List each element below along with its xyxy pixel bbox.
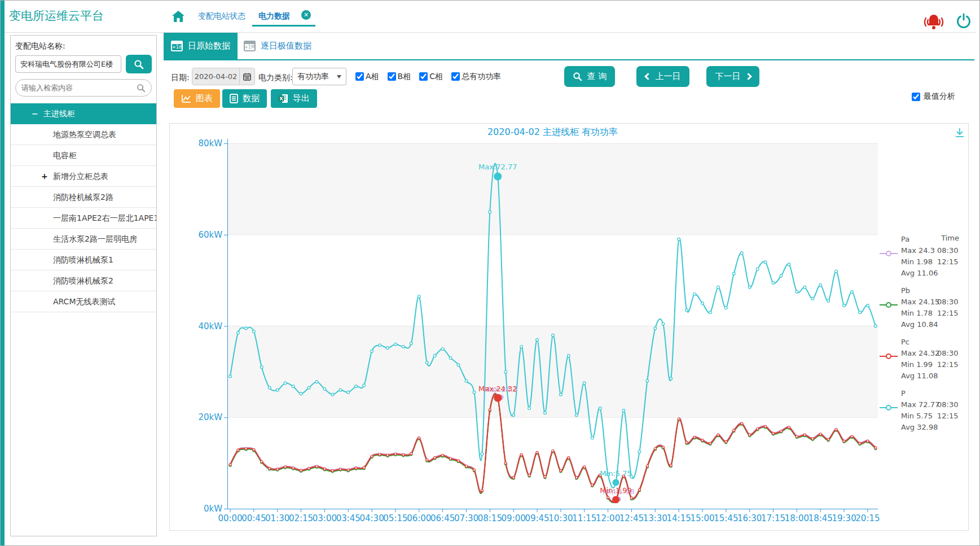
station-search-button[interactable]	[126, 55, 152, 73]
legend-avg: Avg 10.84	[901, 319, 937, 330]
query-button[interactable]: 查 询	[564, 66, 615, 87]
tree-item-5[interactable]: 一层南1APE2右一层北1APE1左	[11, 208, 156, 229]
power-line-chart[interactable]: 0kW20kW40kW60kW80kW00:0000:4501:3002:150…	[169, 123, 969, 531]
sidebar: 变配电站名称: −主进线柜地源热泵空调总表电容柜+新增分立柜总表消防栓机械泵2路…	[10, 35, 157, 536]
y-axis-label: 60kW	[198, 230, 222, 240]
legend-marker-icon	[880, 302, 898, 308]
x-axis-label: 12:00	[596, 513, 620, 523]
legend-avg: Avg 11.06	[901, 268, 937, 279]
tree-item-8[interactable]: 消防喷淋机械泵2	[11, 270, 156, 291]
tree-item-0[interactable]: −主进线柜	[11, 103, 156, 124]
phase-option-3[interactable]: 总有功功率	[451, 72, 501, 82]
station-name-input[interactable]	[15, 55, 121, 73]
markpoint-dot	[612, 496, 619, 503]
tree-search-input[interactable]	[21, 84, 137, 92]
data-view-button[interactable]: 数据	[222, 89, 267, 108]
x-axis-label: 19:30	[832, 513, 856, 523]
export-button[interactable]: 导出	[271, 89, 317, 108]
y-axis-label: 0kW	[204, 504, 222, 514]
x-axis-label: 17:15	[761, 513, 785, 523]
phase-option-0[interactable]: A相	[355, 72, 379, 82]
phase-option-2[interactable]: C相	[419, 72, 443, 82]
legend-max: Max 24.32	[901, 348, 937, 359]
tree-item-1[interactable]: 地源热泵空调总表	[11, 124, 156, 145]
legend-min-time: 12:15	[937, 359, 958, 370]
tree-item-2[interactable]: 电容柜	[11, 145, 156, 166]
search-icon	[137, 84, 146, 93]
x-axis-label: 10:30	[548, 513, 573, 523]
station-name-label: 变配电站名称:	[15, 41, 156, 51]
tree-item-6[interactable]: 生活水泵2路一层弱电房	[11, 229, 156, 250]
legend-series-name: Pc	[901, 337, 967, 348]
tab-daily-raw-data[interactable]: +1d 日原始数据	[164, 33, 238, 59]
legend-min: Min 1.98	[901, 256, 937, 268]
legend-max-time: 08:30	[937, 245, 958, 256]
extreme-analysis-toggle[interactable]: 最值分析	[912, 91, 955, 102]
extreme-analysis-checkbox[interactable]	[912, 93, 920, 101]
tree-item-9[interactable]: ARCM无线表测试	[11, 291, 156, 312]
alarm-button[interactable]	[921, 12, 946, 32]
phase-checkbox-1[interactable]	[388, 72, 396, 81]
x-axis-label: 07:30	[454, 513, 478, 523]
x-axis-label: 00:45	[241, 513, 266, 523]
tree-item-label: 消防喷淋机械泵2	[53, 276, 113, 285]
legend-entry-Pa: PaMax 24.308:30Min 1.9812:15Avg 11.06	[881, 234, 967, 279]
chart-view-button[interactable]: 图表	[174, 89, 220, 108]
tree-search-box[interactable]	[15, 79, 152, 97]
tree-item-3[interactable]: +新增分立柜总表	[11, 166, 156, 187]
phase-checkbox-3[interactable]	[451, 72, 460, 81]
nav-tab-power-data[interactable]: 电力数据	[258, 11, 290, 21]
power-type-label: 电力类别:	[258, 73, 293, 83]
alarm-bell-icon	[921, 12, 946, 32]
chevron-left-icon	[644, 73, 652, 80]
tree-item-label: 电容柜	[53, 151, 77, 160]
collapse-minus-icon[interactable]: −	[32, 103, 38, 124]
x-axis-label: 01:30	[265, 513, 289, 523]
expand-plus-icon[interactable]: +	[41, 166, 48, 187]
legend-min: Min 1.99	[901, 359, 937, 370]
legend-series-name: Pa	[901, 234, 967, 245]
phase-checkbox-2[interactable]	[419, 72, 428, 81]
previous-day-button[interactable]: 上一日	[636, 66, 689, 87]
legend-avg: Avg 11.08	[901, 370, 937, 382]
logout-button[interactable]	[955, 12, 972, 29]
x-axis-label: 09:45	[525, 513, 549, 523]
search-icon	[573, 72, 582, 81]
power-type-select[interactable]: 有功功率	[292, 68, 346, 85]
markpoint-dot	[613, 479, 619, 486]
phase-checkbox-group: A相B相C相总有功功率	[355, 68, 501, 85]
home-button[interactable]	[171, 9, 186, 24]
phase-label: A相	[366, 72, 379, 82]
x-axis-label: 12:45	[619, 513, 644, 523]
tab-daily-extreme-data[interactable]: +1M 逐日极值数据	[238, 33, 318, 59]
x-axis-label: 09:00	[502, 513, 526, 523]
x-axis-label: 16:30	[737, 513, 762, 523]
nav-tab-station-status[interactable]: 变配电站状态	[198, 11, 245, 21]
tree-item-7[interactable]: 消防喷淋机械泵1	[11, 250, 156, 270]
x-axis-label: 05:15	[383, 513, 407, 523]
data-tab-strip: +1d 日原始数据 +1M 逐日极值数据	[164, 33, 974, 60]
document-icon	[230, 94, 238, 103]
legend-entry-Pc: PcMax 24.3208:30Min 1.9912:15Avg 11.08	[881, 337, 967, 382]
y-axis-label: 80kW	[198, 138, 222, 148]
next-day-button[interactable]: 下一日	[706, 66, 759, 87]
x-axis-label: 06:00	[407, 513, 431, 523]
calendar-icon[interactable]	[239, 68, 254, 85]
device-tree: −主进线柜地源热泵空调总表电容柜+新增分立柜总表消防栓机械泵2路一层南1APE2…	[11, 103, 156, 312]
legend-entry-P: PMax 72.7708:30Min 5.7512:15Avg 32.98	[881, 388, 967, 433]
calendar-1m-icon: +1M	[244, 41, 256, 51]
legend-min-time: 12:15	[937, 256, 958, 268]
close-tab-icon[interactable]: ✕	[301, 10, 311, 20]
phase-checkbox-0[interactable]	[355, 72, 364, 81]
date-picker[interactable]: 2020-04-02	[192, 68, 255, 85]
legend-max-time: 08:30	[937, 348, 958, 359]
phase-option-1[interactable]: B相	[388, 72, 411, 82]
chevron-down-icon	[337, 75, 341, 78]
left-edge-bar	[0, 0, 5, 546]
tree-item-4[interactable]: 消防栓机械泵2路	[11, 187, 156, 208]
legend-min-time: 12:15	[937, 308, 958, 319]
x-axis-label: 08:15	[478, 513, 502, 523]
x-axis-label: 03:00	[313, 513, 337, 523]
y-axis-label: 20kW	[198, 412, 222, 422]
chevron-right-icon	[745, 73, 752, 80]
